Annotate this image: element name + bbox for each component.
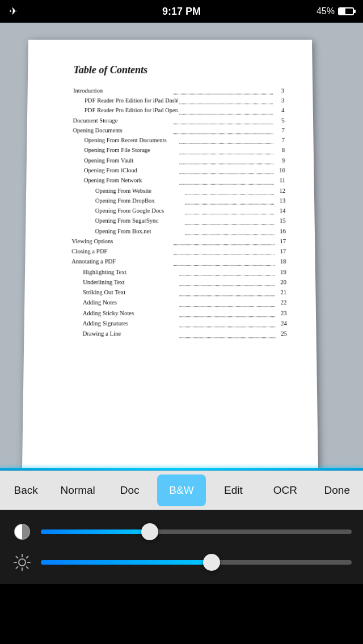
sliders-area [0,510,363,584]
toc-entry-text: Opening From Google Docs [72,206,184,216]
document-page: Table of Contents Introduction3PDF Reade… [22,40,318,471]
doc-button[interactable]: Doc [105,474,154,506]
toc-entry-text: Adding Signatures [71,319,178,328]
toc-entry: Annotating a PDF18 [71,257,286,267]
toc-entry: Opening From SugarSync15 [72,217,286,226]
toc-page-num: 7 [275,126,285,135]
svg-line-6 [16,557,18,558]
toc-dots [179,155,273,164]
toc-entry: Closing a PDF17 [71,247,286,257]
toc-page-num: 21 [276,288,287,298]
toc-entry-text: Introduction [73,86,172,95]
toc-entry: Opening Documents7 [73,126,285,135]
toc-entry: Opening From Box.net16 [72,227,286,236]
toc-dots [179,145,273,154]
normal-button[interactable]: Normal [53,474,102,506]
done-button[interactable]: Done [313,474,361,506]
toc-entry-text: Striking Out Text [71,288,178,298]
battery-fill [339,9,345,14]
toc-entry: Underlining Text20 [71,278,286,287]
toc-dots [179,165,273,175]
toc-entry-text: Viewing Options [71,237,172,247]
toc-page-num: 19 [276,268,286,277]
toc-dots [174,125,273,134]
toc-dots [179,266,275,276]
toc-entry: Opening From DropBox13 [72,196,285,206]
toc-page-num: 9 [275,156,285,166]
toc-entry-text: Opening From Recent Documents [73,136,178,146]
toc-page-num: 17 [276,247,286,257]
toolbar: Back Normal Doc B&W Edit OCR Done [0,471,363,510]
toc-entry: Adding Sticky Notes23 [71,308,287,318]
toc-entry-text: Adding Sticky Notes [71,308,178,318]
toc-entry-text: Drawing a Line [71,329,179,339]
toc-page-num: 5 [274,116,284,126]
toc-entry-text: Opening From File Storage [73,146,178,155]
brightness-track[interactable] [41,560,352,565]
toc-entry: Adding Notes22 [71,298,286,308]
contrast-thumb[interactable] [141,523,158,540]
toc-page-num: 7 [275,136,285,146]
toc-page-num: 24 [276,319,287,328]
battery-icon [338,7,354,15]
toc-dots [179,175,273,184]
toc-entry-text: PDF Reader Pro Edition for iPad Dashboar… [73,96,178,105]
document-viewer: Table of Contents Introduction3PDF Reade… [0,23,363,471]
toc-dots [179,95,273,104]
toc-page-num: 8 [275,146,285,155]
toc-entry: Opening From iCloud10 [73,166,285,176]
toc-entry-text: Opening From Website [72,186,184,196]
toc-dots [179,277,275,286]
brightness-thumb[interactable] [203,554,220,571]
toc-page-num: 13 [275,196,285,206]
toc-entry-text: Opening From DropBox [72,196,184,206]
toc-entry: Opening From Website12 [72,186,285,196]
toc-page-num: 12 [275,186,285,196]
toc-entry: Opening From File Storage8 [73,146,285,155]
toc-dots [179,105,273,114]
toc-page-num: 17 [276,237,286,247]
brightness-fill [41,560,212,565]
toc-entry-text: Highlighting Text [71,268,178,277]
toc-dots [179,317,275,327]
contrast-fill [41,529,150,534]
toc-entry-text: Opening From Box.net [72,227,184,236]
status-right: 45% [316,6,354,16]
toc-entry-text: Closing a PDF [71,247,172,257]
toc-dots [185,215,274,225]
toc-dots [185,226,274,235]
toc-entry: Opening From Recent Documents7 [73,136,285,146]
toc-entry: Adding Signatures24 [71,319,287,328]
toc-entry: PDF Reader Pro Edition for iPad Dashboar… [73,96,285,105]
brightness-icon [11,552,33,573]
toc-entry-text: Opening From SugarSync [72,217,184,226]
svg-point-1 [19,559,26,566]
ocr-button[interactable]: OCR [261,474,309,506]
toc-dots [185,185,273,194]
toc-dots [179,328,275,338]
status-time: 9:17 PM [162,6,201,18]
toc-dots [174,245,275,255]
toc-page-num: 16 [275,227,286,236]
battery-percentage: 45% [316,6,335,16]
edit-button[interactable]: Edit [209,474,258,506]
toc-page-num: 10 [275,166,285,176]
back-button[interactable]: Back [2,474,50,506]
toc-entry: Viewing Options17 [71,237,286,247]
toc-page-num: 3 [274,96,284,105]
toc-entry-text: Underlining Text [71,278,179,287]
toc-dots [179,297,275,307]
bw-button[interactable]: B&W [157,474,205,506]
svg-line-8 [27,557,28,558]
toc-entry-text: Annotating a PDF [71,257,172,267]
toc-entry-text: Opening From Vault [73,156,178,166]
toc-dots [174,256,275,265]
toc-dots [179,287,275,296]
toc-dots [174,115,273,125]
svg-line-9 [16,567,18,569]
toc-entry: Drawing a Line25 [71,329,287,339]
contrast-track[interactable] [41,529,352,534]
toc-entry-text: PDF Reader Pro Edition for iPad Operatio… [73,106,178,115]
toc-entry: Striking Out Text21 [71,288,286,298]
toc-page-num: 25 [276,329,287,339]
